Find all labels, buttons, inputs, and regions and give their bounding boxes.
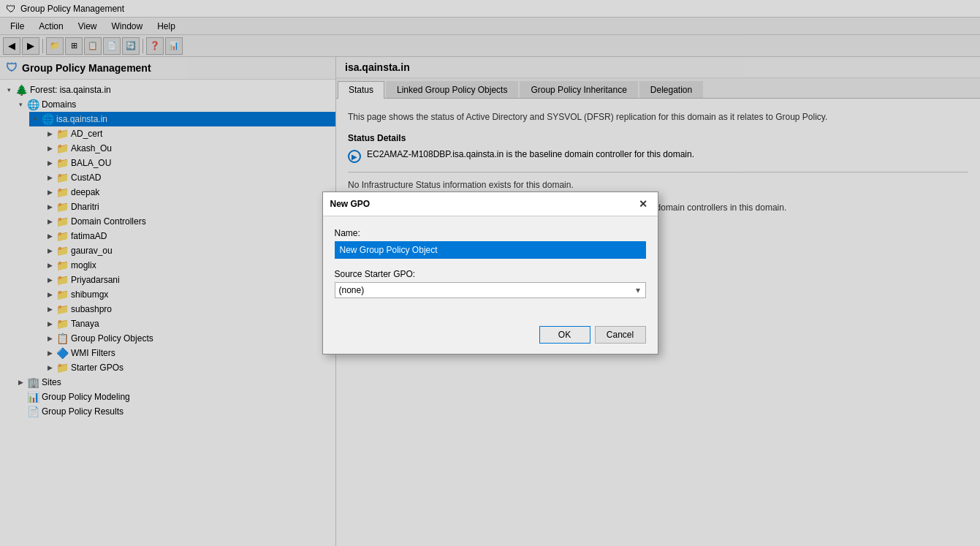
dialog-buttons: OK Cancel <box>323 320 658 354</box>
dialog-source-field: Source Starter GPO: (none) <box>335 269 646 298</box>
dialog-source-select[interactable]: (none) <box>335 282 646 298</box>
dialog-cancel-button[interactable]: Cancel <box>595 326 646 344</box>
dialog-overlay: New GPO ✕ Name: Source Starter GPO: (non… <box>0 0 980 546</box>
dialog-body: Name: Source Starter GPO: (none) <box>323 216 658 320</box>
new-gpo-dialog: New GPO ✕ Name: Source Starter GPO: (non… <box>322 192 658 354</box>
dialog-name-field: Name: <box>335 228 646 259</box>
dialog-titlebar: New GPO ✕ <box>323 192 658 216</box>
dialog-source-wrapper: (none) <box>335 282 646 298</box>
dialog-name-label: Name: <box>335 228 646 238</box>
dialog-source-label: Source Starter GPO: <box>335 269 646 279</box>
dialog-ok-button[interactable]: OK <box>539 326 590 344</box>
dialog-name-input[interactable] <box>335 241 646 259</box>
dialog-close-button[interactable]: ✕ <box>636 197 650 211</box>
dialog-title: New GPO <box>330 199 371 209</box>
